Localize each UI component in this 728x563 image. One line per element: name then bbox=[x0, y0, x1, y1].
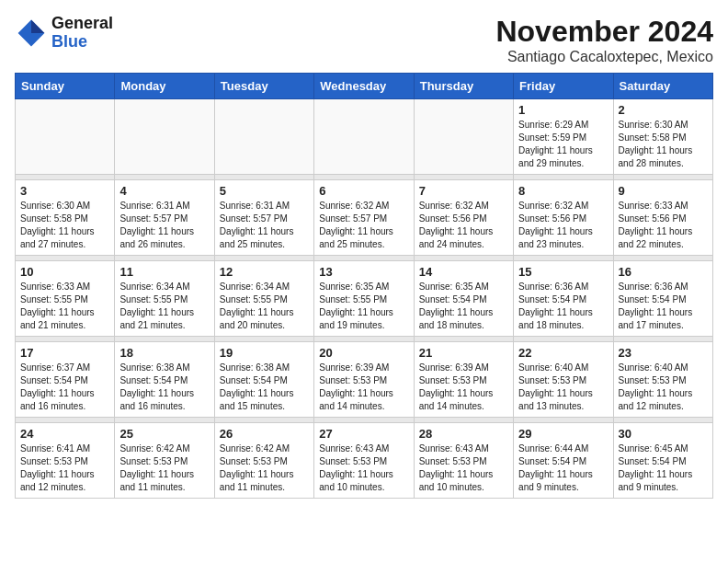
day-number: 24 bbox=[20, 427, 109, 441]
logo: General Blue bbox=[15, 15, 113, 52]
day-number: 15 bbox=[518, 265, 608, 279]
calendar-day: 21Sunrise: 6:39 AM Sunset: 5:53 PM Dayli… bbox=[414, 342, 513, 418]
weekday-header: Wednesday bbox=[314, 74, 414, 99]
day-info: Sunrise: 6:33 AM Sunset: 5:56 PM Dayligh… bbox=[619, 200, 708, 251]
day-number: 29 bbox=[518, 427, 608, 441]
day-info: Sunrise: 6:30 AM Sunset: 5:58 PM Dayligh… bbox=[619, 119, 708, 170]
calendar-day bbox=[414, 99, 513, 175]
day-info: Sunrise: 6:41 AM Sunset: 5:53 PM Dayligh… bbox=[20, 442, 109, 494]
day-number: 28 bbox=[419, 427, 508, 441]
calendar-day: 23Sunrise: 6:40 AM Sunset: 5:53 PM Dayli… bbox=[613, 342, 712, 418]
day-info: Sunrise: 6:39 AM Sunset: 5:53 PM Dayligh… bbox=[419, 362, 508, 413]
calendar-table: SundayMondayTuesdayWednesdayThursdayFrid… bbox=[15, 73, 713, 499]
month-title: November 2024 bbox=[495, 15, 713, 49]
day-number: 26 bbox=[220, 427, 309, 441]
week-row: 24Sunrise: 6:41 AM Sunset: 5:53 PM Dayli… bbox=[16, 423, 713, 499]
day-info: Sunrise: 6:32 AM Sunset: 5:57 PM Dayligh… bbox=[319, 200, 408, 251]
calendar-day: 24Sunrise: 6:41 AM Sunset: 5:53 PM Dayli… bbox=[16, 423, 115, 499]
day-number: 10 bbox=[20, 265, 109, 279]
day-number: 16 bbox=[619, 265, 708, 279]
day-number: 25 bbox=[119, 427, 209, 441]
day-info: Sunrise: 6:38 AM Sunset: 5:54 PM Dayligh… bbox=[119, 362, 209, 413]
day-number: 1 bbox=[518, 103, 608, 117]
weekday-header: Friday bbox=[514, 74, 613, 99]
day-info: Sunrise: 6:42 AM Sunset: 5:53 PM Dayligh… bbox=[119, 442, 209, 494]
page-header: General Blue November 2024 Santiago Caca… bbox=[15, 15, 713, 65]
calendar-day: 11Sunrise: 6:34 AM Sunset: 5:55 PM Dayli… bbox=[115, 261, 214, 337]
day-number: 4 bbox=[119, 184, 209, 198]
day-info: Sunrise: 6:43 AM Sunset: 5:53 PM Dayligh… bbox=[319, 442, 408, 494]
day-info: Sunrise: 6:34 AM Sunset: 5:55 PM Dayligh… bbox=[220, 281, 309, 332]
day-number: 27 bbox=[319, 427, 408, 441]
day-info: Sunrise: 6:31 AM Sunset: 5:57 PM Dayligh… bbox=[119, 200, 209, 251]
day-number: 22 bbox=[518, 346, 608, 360]
weekday-header: Sunday bbox=[16, 74, 115, 99]
calendar-day: 6Sunrise: 6:32 AM Sunset: 5:57 PM Daylig… bbox=[314, 180, 414, 256]
week-row: 3Sunrise: 6:30 AM Sunset: 5:58 PM Daylig… bbox=[16, 180, 713, 256]
day-number: 2 bbox=[619, 103, 708, 117]
calendar-day: 20Sunrise: 6:39 AM Sunset: 5:53 PM Dayli… bbox=[314, 342, 414, 418]
day-number: 6 bbox=[319, 184, 408, 198]
logo-icon bbox=[15, 17, 48, 50]
calendar-day: 2Sunrise: 6:30 AM Sunset: 5:58 PM Daylig… bbox=[613, 99, 712, 175]
day-number: 3 bbox=[20, 184, 109, 198]
day-number: 7 bbox=[419, 184, 508, 198]
day-number: 23 bbox=[619, 346, 708, 360]
calendar-day: 10Sunrise: 6:33 AM Sunset: 5:55 PM Dayli… bbox=[16, 261, 115, 337]
day-info: Sunrise: 6:42 AM Sunset: 5:53 PM Dayligh… bbox=[220, 442, 309, 494]
day-info: Sunrise: 6:40 AM Sunset: 5:53 PM Dayligh… bbox=[619, 362, 708, 413]
calendar-day: 15Sunrise: 6:36 AM Sunset: 5:54 PM Dayli… bbox=[514, 261, 613, 337]
day-info: Sunrise: 6:35 AM Sunset: 5:55 PM Dayligh… bbox=[319, 281, 408, 332]
calendar-day: 16Sunrise: 6:36 AM Sunset: 5:54 PM Dayli… bbox=[613, 261, 712, 337]
calendar-day: 25Sunrise: 6:42 AM Sunset: 5:53 PM Dayli… bbox=[115, 423, 214, 499]
day-number: 20 bbox=[319, 346, 408, 360]
weekday-header: Monday bbox=[115, 74, 214, 99]
calendar-day: 9Sunrise: 6:33 AM Sunset: 5:56 PM Daylig… bbox=[613, 180, 712, 256]
calendar-day: 5Sunrise: 6:31 AM Sunset: 5:57 PM Daylig… bbox=[214, 180, 313, 256]
svg-marker-1 bbox=[31, 19, 44, 32]
calendar-day: 8Sunrise: 6:32 AM Sunset: 5:56 PM Daylig… bbox=[514, 180, 613, 256]
day-number: 21 bbox=[419, 346, 508, 360]
title-area: November 2024 Santiago Cacaloxtepec, Mex… bbox=[495, 15, 713, 65]
calendar-day: 27Sunrise: 6:43 AM Sunset: 5:53 PM Dayli… bbox=[314, 423, 414, 499]
day-info: Sunrise: 6:43 AM Sunset: 5:53 PM Dayligh… bbox=[419, 442, 508, 494]
day-info: Sunrise: 6:31 AM Sunset: 5:57 PM Dayligh… bbox=[220, 200, 309, 251]
calendar-day: 1Sunrise: 6:29 AM Sunset: 5:59 PM Daylig… bbox=[514, 99, 613, 175]
weekday-header: Tuesday bbox=[214, 74, 313, 99]
calendar-day: 26Sunrise: 6:42 AM Sunset: 5:53 PM Dayli… bbox=[214, 423, 313, 499]
calendar-day: 3Sunrise: 6:30 AM Sunset: 5:58 PM Daylig… bbox=[16, 180, 115, 256]
calendar-day: 29Sunrise: 6:44 AM Sunset: 5:54 PM Dayli… bbox=[514, 423, 613, 499]
weekday-header: Saturday bbox=[613, 74, 712, 99]
day-info: Sunrise: 6:35 AM Sunset: 5:54 PM Dayligh… bbox=[419, 281, 508, 332]
day-info: Sunrise: 6:36 AM Sunset: 5:54 PM Dayligh… bbox=[518, 281, 608, 332]
day-number: 8 bbox=[518, 184, 608, 198]
week-row: 1Sunrise: 6:29 AM Sunset: 5:59 PM Daylig… bbox=[16, 99, 713, 175]
calendar-day: 18Sunrise: 6:38 AM Sunset: 5:54 PM Dayli… bbox=[115, 342, 214, 418]
day-info: Sunrise: 6:37 AM Sunset: 5:54 PM Dayligh… bbox=[20, 362, 109, 413]
day-info: Sunrise: 6:40 AM Sunset: 5:53 PM Dayligh… bbox=[518, 362, 608, 413]
calendar-day bbox=[115, 99, 214, 175]
day-number: 11 bbox=[119, 265, 209, 279]
calendar-day: 14Sunrise: 6:35 AM Sunset: 5:54 PM Dayli… bbox=[414, 261, 513, 337]
weekday-header: Thursday bbox=[414, 74, 513, 99]
calendar-day: 7Sunrise: 6:32 AM Sunset: 5:56 PM Daylig… bbox=[414, 180, 513, 256]
day-info: Sunrise: 6:32 AM Sunset: 5:56 PM Dayligh… bbox=[419, 200, 508, 251]
day-number: 18 bbox=[119, 346, 209, 360]
day-info: Sunrise: 6:32 AM Sunset: 5:56 PM Dayligh… bbox=[518, 200, 608, 251]
calendar-day bbox=[314, 99, 414, 175]
calendar-day: 30Sunrise: 6:45 AM Sunset: 5:54 PM Dayli… bbox=[613, 423, 712, 499]
week-row: 10Sunrise: 6:33 AM Sunset: 5:55 PM Dayli… bbox=[16, 261, 713, 337]
day-info: Sunrise: 6:45 AM Sunset: 5:54 PM Dayligh… bbox=[619, 442, 708, 494]
calendar-day: 12Sunrise: 6:34 AM Sunset: 5:55 PM Dayli… bbox=[214, 261, 313, 337]
day-info: Sunrise: 6:44 AM Sunset: 5:54 PM Dayligh… bbox=[518, 442, 608, 494]
day-number: 9 bbox=[619, 184, 708, 198]
day-info: Sunrise: 6:36 AM Sunset: 5:54 PM Dayligh… bbox=[619, 281, 708, 332]
day-info: Sunrise: 6:33 AM Sunset: 5:55 PM Dayligh… bbox=[20, 281, 109, 332]
day-info: Sunrise: 6:30 AM Sunset: 5:58 PM Dayligh… bbox=[20, 200, 109, 251]
day-number: 5 bbox=[220, 184, 309, 198]
day-number: 19 bbox=[220, 346, 309, 360]
calendar-day: 13Sunrise: 6:35 AM Sunset: 5:55 PM Dayli… bbox=[314, 261, 414, 337]
day-number: 14 bbox=[419, 265, 508, 279]
day-info: Sunrise: 6:29 AM Sunset: 5:59 PM Dayligh… bbox=[518, 119, 608, 170]
day-info: Sunrise: 6:39 AM Sunset: 5:53 PM Dayligh… bbox=[319, 362, 408, 413]
